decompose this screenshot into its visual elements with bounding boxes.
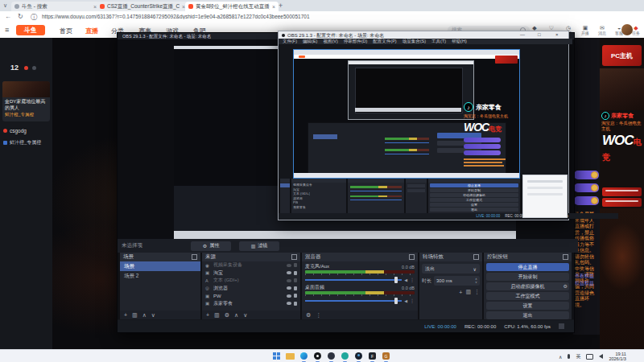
visibility-icon[interactable] — [287, 279, 291, 282]
file-explorer-icon[interactable] — [286, 352, 295, 360]
douyu-logo[interactable]: 斗鱼 — [16, 25, 45, 35]
input-language[interactable]: 英 — [576, 353, 580, 360]
lock-icon[interactable] — [294, 271, 297, 275]
lock-icon[interactable] — [294, 286, 297, 290]
tray-chevron-icon[interactable]: ∧ — [559, 354, 562, 360]
tab-close-icon[interactable]: × — [272, 4, 275, 10]
edge-icon[interactable] — [299, 352, 308, 360]
action-broadcast[interactable]: ▣开播 — [577, 25, 593, 35]
obs-small-preview[interactable]: ♪ 亲家零食 淘宝店：冬瓜强电竞主机 WOC电竞 — [279, 44, 568, 179]
lock-icon[interactable] — [294, 263, 297, 267]
add-icon[interactable]: + — [124, 312, 127, 318]
close-icon[interactable]: × — [555, 32, 559, 37]
visibility-icon[interactable] — [287, 271, 291, 274]
menu-view[interactable]: 视图(V) — [323, 39, 337, 44]
visibility-icon[interactable] — [287, 294, 291, 298]
lock-icon[interactable] — [294, 278, 297, 282]
stream-preview-card[interactable]: 金DY家庭地位最高的男人 鲜汁橙_专属橙 — [2, 81, 50, 121]
move-down-icon[interactable]: ∨ — [243, 312, 247, 319]
duration-stepper[interactable]: 300 ms ∧∨ — [434, 276, 480, 286]
display-icon[interactable] — [586, 354, 593, 360]
app-icon-g[interactable]: G — [382, 352, 390, 360]
menu-profile[interactable]: 配置文件(P) — [373, 39, 396, 44]
menu-scene-collection[interactable]: 场景集合(S) — [402, 39, 426, 44]
steam-icon[interactable] — [354, 352, 363, 360]
start-recording-button[interactable]: 开始录制 — [486, 273, 569, 281]
lock-icon[interactable] — [294, 294, 297, 298]
properties-button[interactable]: ⚙属性 — [191, 241, 231, 251]
stop-streaming-button[interactable]: 停止直播 — [486, 263, 569, 271]
app-icon-gray[interactable] — [327, 352, 336, 360]
add-icon[interactable]: + — [206, 312, 209, 318]
avatar[interactable] — [621, 24, 633, 35]
gear-icon[interactable]: ⚙ — [564, 283, 568, 289]
popout-icon[interactable] — [473, 254, 479, 260]
white-popup-panel[interactable] — [522, 175, 568, 218]
app-icon-teal[interactable] — [341, 352, 349, 360]
site-info-icon[interactable]: ⓘ — [31, 13, 37, 22]
kebab-icon[interactable]: ⋮ — [410, 298, 415, 303]
advanced-audio-icon[interactable]: ⚙ — [306, 312, 311, 319]
remove-icon[interactable]: ▥ — [132, 312, 138, 319]
popout-icon[interactable] — [192, 254, 197, 260]
popout-icon[interactable] — [409, 254, 415, 260]
browser-tab-1[interactable]: 斗鱼 - 搜索 × — [11, 2, 100, 11]
reload-icon[interactable]: ↻ — [18, 13, 23, 20]
source-row[interactable]: ▣PW — [202, 292, 300, 300]
fan-badge[interactable] — [574, 196, 599, 205]
hamburger-icon[interactable]: ≡ — [5, 26, 9, 34]
start-button[interactable] — [272, 352, 281, 360]
filters-button[interactable]: ▥滤镜 — [239, 241, 279, 251]
volume-icon[interactable] — [599, 354, 603, 359]
visibility-icon[interactable] — [287, 286, 291, 290]
virtual-camera-button[interactable]: 启动虚拟摄像机⚙ — [486, 282, 569, 290]
visibility-icon[interactable] — [287, 302, 291, 305]
remove-icon[interactable]: ▥ — [214, 312, 220, 319]
kebab-icon[interactable]: ⋮ — [474, 289, 480, 295]
sidebar-item-streamer[interactable]: 鲜汁橙_专属橙 — [3, 139, 41, 146]
source-row[interactable]: ▣亲家零食 — [202, 300, 300, 308]
gear-icon[interactable]: ⚙ — [225, 312, 229, 319]
popout-icon[interactable] — [291, 254, 297, 260]
speaker-icon[interactable]: ◀ — [404, 278, 407, 282]
transition-select[interactable]: 淡出∨ — [422, 264, 480, 274]
add-icon[interactable]: + — [459, 290, 462, 295]
move-down-icon[interactable]: ∨ — [151, 312, 155, 319]
fan-badge[interactable] — [574, 183, 599, 192]
scene-item-selected[interactable]: 场景 — [120, 261, 200, 271]
source-row[interactable]: ◉视频采集设备 — [202, 261, 300, 269]
menu-tools[interactable]: 工具(T) — [431, 39, 446, 44]
app-icon-f[interactable]: F — [368, 352, 377, 360]
visibility-icon[interactable] — [287, 264, 291, 267]
menu-docks[interactable]: 停靠部件(D) — [344, 39, 368, 44]
menu-edit[interactable]: 编辑(E) — [303, 39, 317, 44]
menu-help[interactable]: 帮助(H) — [452, 39, 467, 44]
mic-icon[interactable] — [568, 354, 570, 359]
taskbar-clock[interactable]: 19:11 2026/1/3 — [609, 352, 625, 362]
speaker-icon[interactable]: ◀ — [404, 298, 407, 303]
menu-file[interactable]: 文件(F) — [283, 39, 297, 44]
volume-slider[interactable] — [305, 279, 402, 281]
nav-home[interactable]: 首页 — [60, 27, 72, 35]
url-text[interactable]: https://www.douyu.com/631367?r=0.1475918… — [42, 14, 332, 19]
move-up-icon[interactable]: ∧ — [142, 312, 147, 319]
nav-live[interactable]: 直播 — [85, 27, 98, 35]
sidebar-item-csgodg[interactable]: csgodg — [3, 128, 27, 134]
back-icon[interactable]: ← — [5, 13, 11, 20]
source-row[interactable]: ◎浏览器 — [202, 285, 300, 293]
volume-slider[interactable] — [305, 300, 402, 302]
source-row[interactable]: ▣淘宝 — [202, 269, 300, 278]
move-up-icon[interactable]: ∧ — [234, 312, 238, 319]
browser-tab-2[interactable]: CS2直播_CounterStrike直播_CS2视频直播 - 斗 × — [97, 2, 188, 11]
popout-icon[interactable] — [563, 254, 568, 260]
fan-badge[interactable] — [574, 171, 599, 179]
maximize-icon[interactable]: □ — [538, 32, 541, 37]
minimize-icon[interactable]: — — [520, 32, 525, 37]
qq-group-pill[interactable] — [602, 198, 642, 207]
browser-tab-3-active[interactable]: 黄金8段位_鲜汁橙在线互动直播_斗 × — [185, 2, 279, 11]
action-messages[interactable]: ✉消息 — [594, 25, 610, 35]
new-tab-button[interactable]: + — [279, 2, 283, 10]
exit-button[interactable]: 退出 — [486, 311, 569, 319]
resize-grip[interactable] — [559, 323, 564, 329]
source-row[interactable]: A文本 (GDI+) — [202, 277, 300, 285]
